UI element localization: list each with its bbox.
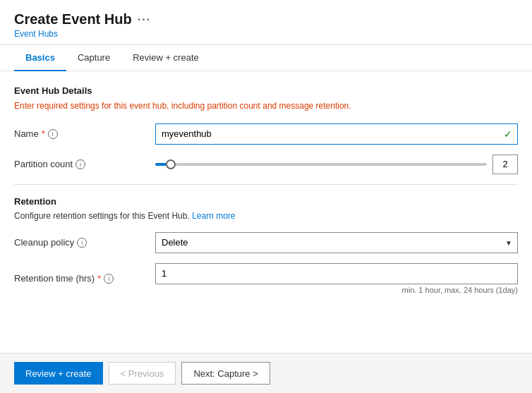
cleanup-info-icon[interactable]: i (77, 238, 87, 248)
partition-info-icon[interactable]: i (75, 159, 85, 169)
name-info-icon[interactable]: i (48, 129, 58, 139)
review-create-button[interactable]: Review + create (14, 362, 103, 385)
retention-control: min. 1 hour, max. 24 hours (1day) (155, 263, 518, 294)
partition-label: Partition count i (14, 159, 155, 169)
partition-control (155, 155, 518, 174)
breadcrumb[interactable]: Event Hubs (14, 29, 518, 39)
divider (14, 184, 518, 185)
tab-review-create[interactable]: Review + create (121, 45, 210, 71)
retention-hint: min. 1 hour, max. 24 hours (1day) (155, 286, 518, 294)
cleanup-select[interactable]: Delete Compact Compact and Delete (155, 232, 518, 253)
footer: Review + create < Previous Next: Capture… (0, 353, 532, 393)
previous-button[interactable]: < Previous (109, 362, 176, 385)
retention-required-indicator: * (97, 273, 101, 284)
ellipsis-icon[interactable]: ··· (138, 13, 151, 26)
name-required-indicator: * (42, 128, 45, 139)
next-capture-button[interactable]: Next: Capture > (181, 362, 270, 385)
name-label: Name * i (14, 128, 155, 139)
partition-row: Partition count i (14, 155, 518, 174)
tabs-container: Basics Capture Review + create (0, 45, 532, 71)
name-input[interactable] (155, 123, 518, 145)
section2-description: Configure retention settings for this Ev… (14, 211, 518, 221)
partition-value-input[interactable] (492, 155, 518, 174)
form-content: Event Hub Details Enter required setting… (0, 71, 532, 353)
page-title: Create Event Hub (14, 11, 132, 28)
name-input-wrapper: ✓ (155, 123, 518, 145)
cleanup-select-wrapper: Delete Compact Compact and Delete ▼ (155, 232, 518, 253)
tab-basics[interactable]: Basics (14, 45, 66, 71)
section2-title: Retention (14, 196, 518, 207)
retention-info-icon[interactable]: i (104, 274, 114, 284)
cleanup-row: Cleanup policy i Delete Compact Compact … (14, 232, 518, 253)
retention-section: Retention Configure retention settings f… (14, 196, 518, 294)
learn-more-link[interactable]: Learn more (192, 211, 235, 221)
cleanup-label: Cleanup policy i (14, 237, 155, 248)
retention-row: Retention time (hrs) * i min. 1 hour, ma… (14, 263, 518, 294)
tab-capture[interactable]: Capture (66, 45, 121, 71)
cleanup-control: Delete Compact Compact and Delete ▼ (155, 232, 518, 253)
retention-label: Retention time (hrs) * i (14, 273, 155, 284)
name-row: Name * i ✓ (14, 123, 518, 145)
partition-slider[interactable] (155, 163, 487, 166)
section1-description: Enter required settings for this event h… (14, 100, 518, 112)
name-valid-icon: ✓ (504, 128, 512, 140)
section1-title: Event Hub Details (14, 85, 518, 96)
retention-input[interactable] (155, 263, 518, 284)
